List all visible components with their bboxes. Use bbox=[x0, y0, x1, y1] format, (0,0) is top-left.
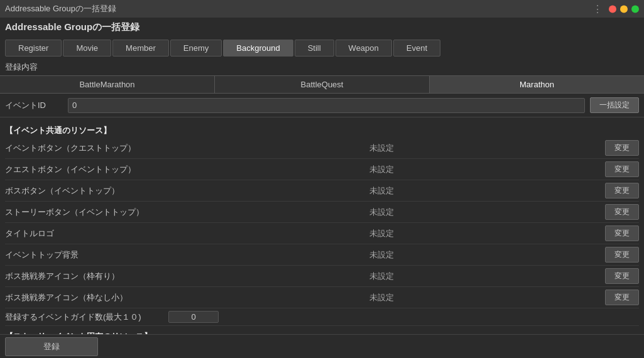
tab-register[interactable]: Register bbox=[5, 40, 62, 57]
change-btn-3[interactable]: 変更 bbox=[595, 204, 639, 220]
register-button[interactable]: 登録 bbox=[5, 337, 98, 356]
row-label: ボス挑戦券アイコン（枠有り） bbox=[5, 271, 168, 282]
event-id-row: イベントID 一括設定 bbox=[0, 94, 644, 117]
bulk-set-button[interactable]: 一括設定 bbox=[590, 97, 639, 113]
change-button[interactable]: 変更 bbox=[605, 183, 639, 198]
row-label: クエストボタン（イベントトップ） bbox=[5, 164, 168, 175]
window-title: Addressable Groupの一括登録 bbox=[5, 3, 116, 14]
sub-tab-marathon[interactable]: Marathon bbox=[430, 76, 644, 93]
change-btn-7[interactable]: 変更 bbox=[595, 290, 639, 305]
change-btn-6[interactable]: 変更 bbox=[595, 268, 639, 284]
list-item: ストーリーボタン（イベントトップ） 未設定 変更 bbox=[5, 202, 639, 223]
sub-tabs: BattleMarathon BattleQuest Marathon bbox=[0, 75, 644, 94]
tab-event[interactable]: Event bbox=[393, 40, 440, 57]
dots-icon: ⋮ bbox=[592, 3, 603, 15]
row-value: 未設定 bbox=[168, 185, 595, 197]
change-button[interactable]: 変更 bbox=[605, 140, 639, 156]
row-label: イベントトップ背景 bbox=[5, 249, 168, 261]
count-row: 登録するイベントガイド数(最大１０) bbox=[5, 308, 639, 326]
row-value: 未設定 bbox=[168, 143, 595, 154]
sub-tab-battlequest[interactable]: BattleQuest bbox=[215, 76, 430, 93]
change-button[interactable]: 変更 bbox=[605, 268, 639, 284]
window-controls: ⋮ bbox=[592, 3, 639, 15]
row-label: ボス挑戦券アイコン（枠なし小） bbox=[5, 292, 168, 303]
sub-tab-battlemarathon[interactable]: BattleMarathon bbox=[0, 76, 215, 93]
tab-enemy[interactable]: Enemy bbox=[170, 40, 222, 57]
event-id-input[interactable] bbox=[68, 98, 585, 113]
minimize-button[interactable] bbox=[620, 5, 628, 13]
change-button[interactable]: 変更 bbox=[605, 247, 639, 263]
change-button[interactable]: 変更 bbox=[605, 225, 639, 241]
count-label: 登録するイベントガイド数(最大１０) bbox=[5, 312, 168, 323]
change-btn-0[interactable]: 変更 bbox=[595, 140, 639, 156]
event-id-label: イベントID bbox=[5, 100, 68, 111]
title-bar: Addressable Groupの一括登録 ⋮ bbox=[0, 0, 644, 18]
list-item: タイトルロゴ 未設定 変更 bbox=[5, 223, 639, 244]
footer: 登録 bbox=[0, 334, 644, 358]
list-item: イベントボタン（クエストトップ） 未設定 変更 bbox=[5, 138, 639, 159]
list-item: クエストボタン（イベントトップ） 未設定 変更 bbox=[5, 159, 639, 180]
row-value: 未設定 bbox=[168, 292, 595, 303]
tab-background[interactable]: Background bbox=[223, 40, 293, 57]
row-value: 未設定 bbox=[168, 207, 595, 218]
row-label: ボスボタン（イベントトップ） bbox=[5, 185, 168, 197]
nav-tabs: Register Movie Member Enemy Background S… bbox=[0, 37, 644, 59]
tab-still[interactable]: Still bbox=[295, 40, 334, 57]
count-input[interactable] bbox=[168, 311, 219, 323]
tab-member[interactable]: Member bbox=[112, 40, 169, 57]
list-item: イベントトップ背景 未設定 変更 bbox=[5, 244, 639, 266]
change-btn-4[interactable]: 変更 bbox=[595, 225, 639, 241]
row-label: イベントボタン（クエストトップ） bbox=[5, 143, 168, 154]
tab-movie[interactable]: Movie bbox=[63, 40, 111, 57]
row-value: 未設定 bbox=[168, 271, 595, 282]
change-button[interactable]: 変更 bbox=[605, 290, 639, 305]
close-button[interactable] bbox=[609, 5, 616, 13]
bulk-set-btn[interactable]: 一括設定 bbox=[590, 97, 639, 113]
change-btn-2[interactable]: 変更 bbox=[595, 183, 639, 198]
section-label: 登録内容 bbox=[0, 59, 644, 75]
change-btn-5[interactable]: 変更 bbox=[595, 247, 639, 263]
row-value: 未設定 bbox=[168, 164, 595, 175]
maximize-button[interactable] bbox=[631, 5, 639, 13]
change-button[interactable]: 変更 bbox=[605, 204, 639, 220]
content-area: 【イベント共通のリソース】 イベントボタン（クエストトップ） 未設定 変更 クエ… bbox=[0, 117, 644, 358]
change-btn-1[interactable]: 変更 bbox=[595, 161, 639, 177]
list-item: ボス挑戦券アイコン（枠有り） 未設定 変更 bbox=[5, 266, 639, 287]
change-button[interactable]: 変更 bbox=[605, 161, 639, 177]
row-label: タイトルロゴ bbox=[5, 228, 168, 239]
tab-weapon[interactable]: Weapon bbox=[336, 40, 392, 57]
row-value: 未設定 bbox=[168, 228, 595, 239]
list-item: ボスボタン（イベントトップ） 未設定 変更 bbox=[5, 180, 639, 202]
list-item: ボス挑戦券アイコン（枠なし小） 未設定 変更 bbox=[5, 287, 639, 308]
row-label: ストーリーボタン（イベントトップ） bbox=[5, 207, 168, 218]
app-title: Addressable Groupの一括登録 bbox=[0, 18, 644, 37]
row-value: 未設定 bbox=[168, 249, 595, 261]
common-resources-header: 【イベント共通のリソース】 bbox=[5, 120, 639, 138]
